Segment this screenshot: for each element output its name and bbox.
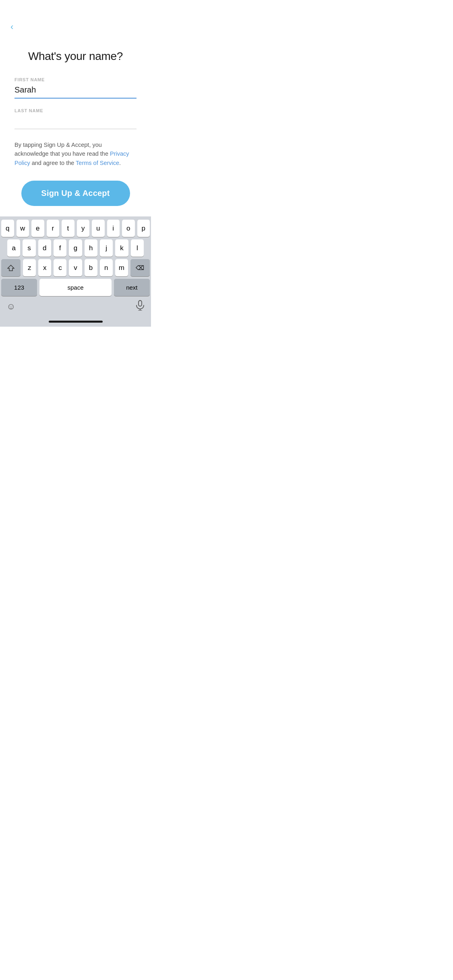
key-n[interactable]: n <box>100 259 113 276</box>
key-s[interactable]: s <box>23 239 35 257</box>
key-p[interactable]: p <box>137 220 150 237</box>
keyboard-icon-row: ☺ <box>0 299 151 316</box>
key-g[interactable]: g <box>69 239 82 257</box>
key-b[interactable]: b <box>85 259 97 276</box>
key-numbers[interactable]: 123 <box>1 279 37 296</box>
key-l[interactable]: l <box>131 239 144 257</box>
terms-of-service-link[interactable]: Terms of Service <box>76 160 119 166</box>
key-v[interactable]: v <box>69 259 82 276</box>
first-name-field-group: FIRST NAME <box>14 77 137 108</box>
keyboard-row-2: a s d f g h j k l <box>0 239 151 257</box>
home-bar <box>49 321 103 323</box>
key-i[interactable]: i <box>107 220 120 237</box>
last-name-label: LAST NAME <box>14 108 137 113</box>
home-indicator <box>0 316 151 327</box>
key-y[interactable]: y <box>77 220 90 237</box>
first-name-input[interactable] <box>14 84 137 99</box>
key-next[interactable]: next <box>114 279 150 296</box>
key-f[interactable]: f <box>54 239 66 257</box>
last-name-field-group: LAST NAME <box>14 108 137 139</box>
key-c[interactable]: c <box>54 259 66 276</box>
emoji-icon[interactable]: ☺ <box>6 301 15 312</box>
keyboard-bottom-row: 123 space next <box>0 279 151 296</box>
main-content: What's your name? FIRST NAME LAST NAME B… <box>0 18 151 167</box>
key-d[interactable]: d <box>38 239 51 257</box>
status-bar <box>0 0 151 18</box>
microphone-icon[interactable] <box>136 300 145 313</box>
key-h[interactable]: h <box>85 239 97 257</box>
signup-button[interactable]: Sign Up & Accept <box>21 181 130 206</box>
page-title: What's your name? <box>14 50 137 63</box>
keyboard-row-1: q w e r t y u i o p <box>0 220 151 237</box>
shift-icon <box>7 264 14 272</box>
last-name-input[interactable] <box>14 115 137 129</box>
terms-text: By tapping Sign Up & Accept, you acknowl… <box>14 140 137 167</box>
keyboard-row-3: z x c v b n m ⌫ <box>0 259 151 276</box>
key-space[interactable]: space <box>39 279 112 296</box>
first-name-label: FIRST NAME <box>14 77 137 82</box>
chevron-left-icon: ‹ <box>10 22 13 32</box>
key-j[interactable]: j <box>100 239 113 257</box>
key-w[interactable]: w <box>17 220 29 237</box>
key-r[interactable]: r <box>47 220 60 237</box>
key-m[interactable]: m <box>115 259 128 276</box>
back-button[interactable]: ‹ <box>7 20 17 34</box>
key-k[interactable]: k <box>115 239 128 257</box>
key-delete[interactable]: ⌫ <box>130 259 150 276</box>
key-t[interactable]: t <box>62 220 74 237</box>
svg-rect-0 <box>139 301 142 306</box>
key-e[interactable]: e <box>31 220 44 237</box>
key-z[interactable]: z <box>23 259 36 276</box>
key-x[interactable]: x <box>38 259 51 276</box>
key-q[interactable]: q <box>1 220 14 237</box>
keyboard: q w e r t y u i o p a s d f g h j k l z … <box>0 216 151 327</box>
key-shift[interactable] <box>1 259 21 276</box>
key-o[interactable]: o <box>122 220 135 237</box>
key-u[interactable]: u <box>92 220 105 237</box>
key-a[interactable]: a <box>7 239 20 257</box>
